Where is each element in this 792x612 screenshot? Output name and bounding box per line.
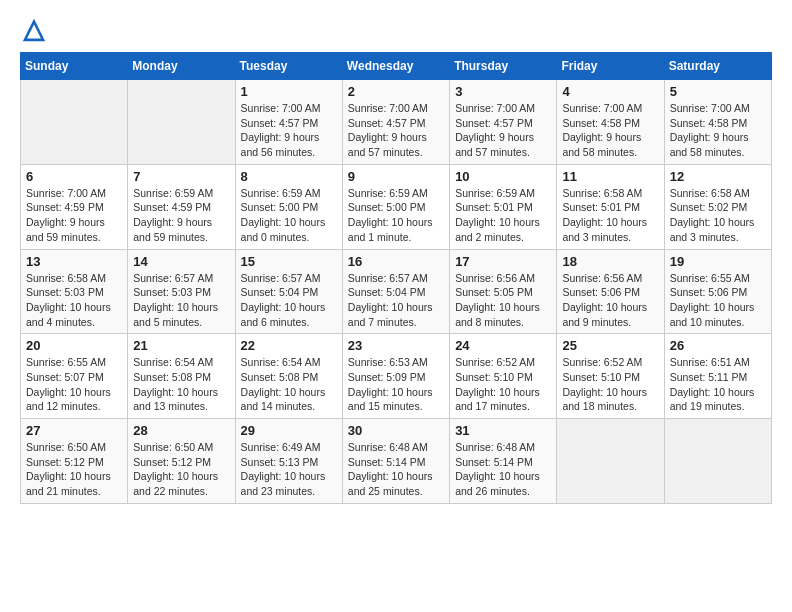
day-number: 5	[670, 84, 766, 99]
day-info: Sunrise: 6:57 AM Sunset: 5:03 PM Dayligh…	[133, 271, 229, 330]
day-info: Sunrise: 6:51 AM Sunset: 5:11 PM Dayligh…	[670, 355, 766, 414]
calendar-cell: 8Sunrise: 6:59 AM Sunset: 5:00 PM Daylig…	[235, 164, 342, 249]
day-number: 2	[348, 84, 444, 99]
day-header-wednesday: Wednesday	[342, 53, 449, 80]
day-info: Sunrise: 6:48 AM Sunset: 5:14 PM Dayligh…	[348, 440, 444, 499]
day-info: Sunrise: 7:00 AM Sunset: 4:58 PM Dayligh…	[562, 101, 658, 160]
day-header-monday: Monday	[128, 53, 235, 80]
calendar-cell	[557, 419, 664, 504]
calendar-cell: 5Sunrise: 7:00 AM Sunset: 4:58 PM Daylig…	[664, 80, 771, 165]
day-number: 26	[670, 338, 766, 353]
calendar-cell: 31Sunrise: 6:48 AM Sunset: 5:14 PM Dayli…	[450, 419, 557, 504]
calendar-cell: 14Sunrise: 6:57 AM Sunset: 5:03 PM Dayli…	[128, 249, 235, 334]
calendar-week-3: 20Sunrise: 6:55 AM Sunset: 5:07 PM Dayli…	[21, 334, 772, 419]
day-info: Sunrise: 6:59 AM Sunset: 5:00 PM Dayligh…	[348, 186, 444, 245]
day-number: 25	[562, 338, 658, 353]
day-number: 27	[26, 423, 122, 438]
day-info: Sunrise: 6:50 AM Sunset: 5:12 PM Dayligh…	[26, 440, 122, 499]
day-number: 24	[455, 338, 551, 353]
calendar-cell: 10Sunrise: 6:59 AM Sunset: 5:01 PM Dayli…	[450, 164, 557, 249]
day-info: Sunrise: 6:58 AM Sunset: 5:03 PM Dayligh…	[26, 271, 122, 330]
day-info: Sunrise: 6:59 AM Sunset: 5:00 PM Dayligh…	[241, 186, 337, 245]
day-info: Sunrise: 6:53 AM Sunset: 5:09 PM Dayligh…	[348, 355, 444, 414]
day-number: 28	[133, 423, 229, 438]
calendar-cell: 18Sunrise: 6:56 AM Sunset: 5:06 PM Dayli…	[557, 249, 664, 334]
day-info: Sunrise: 6:52 AM Sunset: 5:10 PM Dayligh…	[562, 355, 658, 414]
calendar-cell: 13Sunrise: 6:58 AM Sunset: 5:03 PM Dayli…	[21, 249, 128, 334]
day-info: Sunrise: 6:57 AM Sunset: 5:04 PM Dayligh…	[348, 271, 444, 330]
day-number: 20	[26, 338, 122, 353]
calendar-cell: 23Sunrise: 6:53 AM Sunset: 5:09 PM Dayli…	[342, 334, 449, 419]
calendar-week-0: 1Sunrise: 7:00 AM Sunset: 4:57 PM Daylig…	[21, 80, 772, 165]
calendar-cell: 1Sunrise: 7:00 AM Sunset: 4:57 PM Daylig…	[235, 80, 342, 165]
calendar-cell: 17Sunrise: 6:56 AM Sunset: 5:05 PM Dayli…	[450, 249, 557, 334]
day-info: Sunrise: 6:49 AM Sunset: 5:13 PM Dayligh…	[241, 440, 337, 499]
calendar-cell: 29Sunrise: 6:49 AM Sunset: 5:13 PM Dayli…	[235, 419, 342, 504]
day-info: Sunrise: 7:00 AM Sunset: 4:57 PM Dayligh…	[348, 101, 444, 160]
calendar-cell: 3Sunrise: 7:00 AM Sunset: 4:57 PM Daylig…	[450, 80, 557, 165]
calendar-cell: 22Sunrise: 6:54 AM Sunset: 5:08 PM Dayli…	[235, 334, 342, 419]
calendar-cell: 11Sunrise: 6:58 AM Sunset: 5:01 PM Dayli…	[557, 164, 664, 249]
day-number: 13	[26, 254, 122, 269]
logo-icon	[20, 16, 48, 44]
day-number: 29	[241, 423, 337, 438]
calendar-cell: 12Sunrise: 6:58 AM Sunset: 5:02 PM Dayli…	[664, 164, 771, 249]
calendar-cell: 30Sunrise: 6:48 AM Sunset: 5:14 PM Dayli…	[342, 419, 449, 504]
day-number: 22	[241, 338, 337, 353]
day-number: 8	[241, 169, 337, 184]
calendar-cell: 24Sunrise: 6:52 AM Sunset: 5:10 PM Dayli…	[450, 334, 557, 419]
day-number: 6	[26, 169, 122, 184]
day-info: Sunrise: 7:00 AM Sunset: 4:59 PM Dayligh…	[26, 186, 122, 245]
day-number: 14	[133, 254, 229, 269]
calendar-cell	[128, 80, 235, 165]
calendar-cell: 9Sunrise: 6:59 AM Sunset: 5:00 PM Daylig…	[342, 164, 449, 249]
day-header-friday: Friday	[557, 53, 664, 80]
calendar-cell: 15Sunrise: 6:57 AM Sunset: 5:04 PM Dayli…	[235, 249, 342, 334]
calendar-cell	[21, 80, 128, 165]
calendar-cell: 6Sunrise: 7:00 AM Sunset: 4:59 PM Daylig…	[21, 164, 128, 249]
day-info: Sunrise: 6:59 AM Sunset: 5:01 PM Dayligh…	[455, 186, 551, 245]
day-info: Sunrise: 6:48 AM Sunset: 5:14 PM Dayligh…	[455, 440, 551, 499]
day-number: 7	[133, 169, 229, 184]
calendar-cell: 21Sunrise: 6:54 AM Sunset: 5:08 PM Dayli…	[128, 334, 235, 419]
day-info: Sunrise: 6:54 AM Sunset: 5:08 PM Dayligh…	[241, 355, 337, 414]
page-header	[20, 16, 772, 44]
day-number: 4	[562, 84, 658, 99]
day-header-saturday: Saturday	[664, 53, 771, 80]
day-info: Sunrise: 6:56 AM Sunset: 5:06 PM Dayligh…	[562, 271, 658, 330]
day-info: Sunrise: 7:00 AM Sunset: 4:57 PM Dayligh…	[241, 101, 337, 160]
day-number: 3	[455, 84, 551, 99]
day-number: 19	[670, 254, 766, 269]
calendar-header-row: SundayMondayTuesdayWednesdayThursdayFrid…	[21, 53, 772, 80]
day-info: Sunrise: 6:58 AM Sunset: 5:02 PM Dayligh…	[670, 186, 766, 245]
calendar-cell: 26Sunrise: 6:51 AM Sunset: 5:11 PM Dayli…	[664, 334, 771, 419]
calendar-cell: 20Sunrise: 6:55 AM Sunset: 5:07 PM Dayli…	[21, 334, 128, 419]
calendar-week-4: 27Sunrise: 6:50 AM Sunset: 5:12 PM Dayli…	[21, 419, 772, 504]
calendar-cell: 4Sunrise: 7:00 AM Sunset: 4:58 PM Daylig…	[557, 80, 664, 165]
calendar-cell	[664, 419, 771, 504]
calendar-cell: 27Sunrise: 6:50 AM Sunset: 5:12 PM Dayli…	[21, 419, 128, 504]
day-number: 1	[241, 84, 337, 99]
day-info: Sunrise: 6:58 AM Sunset: 5:01 PM Dayligh…	[562, 186, 658, 245]
day-header-tuesday: Tuesday	[235, 53, 342, 80]
calendar-week-2: 13Sunrise: 6:58 AM Sunset: 5:03 PM Dayli…	[21, 249, 772, 334]
calendar: SundayMondayTuesdayWednesdayThursdayFrid…	[20, 52, 772, 504]
day-number: 12	[670, 169, 766, 184]
day-number: 17	[455, 254, 551, 269]
day-info: Sunrise: 6:50 AM Sunset: 5:12 PM Dayligh…	[133, 440, 229, 499]
day-number: 21	[133, 338, 229, 353]
logo	[20, 16, 52, 44]
day-number: 9	[348, 169, 444, 184]
day-number: 15	[241, 254, 337, 269]
day-header-thursday: Thursday	[450, 53, 557, 80]
day-header-sunday: Sunday	[21, 53, 128, 80]
day-info: Sunrise: 7:00 AM Sunset: 4:58 PM Dayligh…	[670, 101, 766, 160]
day-number: 16	[348, 254, 444, 269]
calendar-cell: 28Sunrise: 6:50 AM Sunset: 5:12 PM Dayli…	[128, 419, 235, 504]
day-number: 30	[348, 423, 444, 438]
day-number: 23	[348, 338, 444, 353]
day-info: Sunrise: 6:56 AM Sunset: 5:05 PM Dayligh…	[455, 271, 551, 330]
day-number: 31	[455, 423, 551, 438]
calendar-week-1: 6Sunrise: 7:00 AM Sunset: 4:59 PM Daylig…	[21, 164, 772, 249]
day-info: Sunrise: 6:55 AM Sunset: 5:06 PM Dayligh…	[670, 271, 766, 330]
